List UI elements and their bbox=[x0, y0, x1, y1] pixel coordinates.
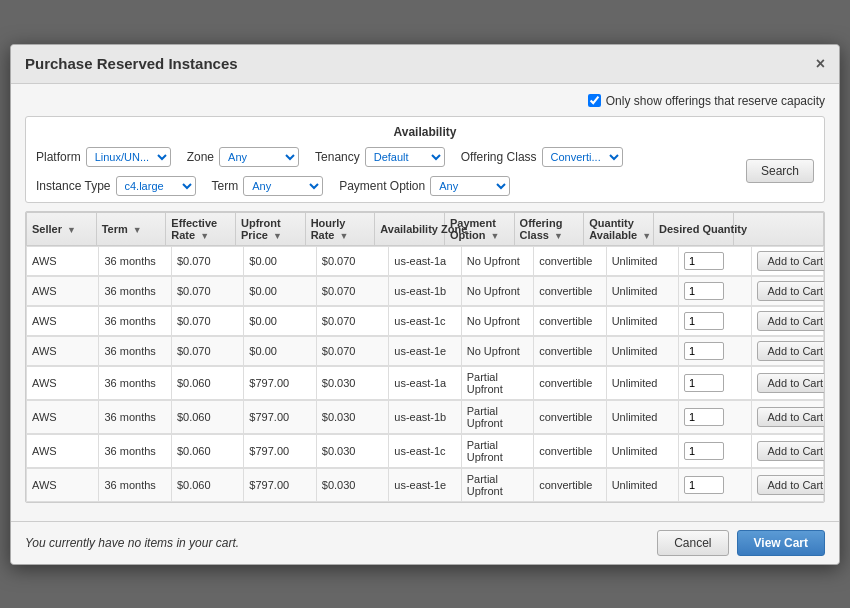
cell-desired-quantity bbox=[679, 276, 751, 305]
quantity-sort-icon[interactable]: ▼ bbox=[642, 231, 651, 241]
cell-quantity_available: Unlimited bbox=[606, 434, 678, 467]
cell-upfront_price: $0.00 bbox=[244, 276, 316, 305]
cell-quantity_available: Unlimited bbox=[606, 366, 678, 399]
col-upfront-price: UpfrontPrice ▼ bbox=[235, 212, 305, 245]
table-header-row: Seller ▼ Term ▼ EffectiveRate ▼ UpfrontP… bbox=[27, 212, 824, 245]
cell-upfront_price: $797.00 bbox=[244, 468, 316, 501]
effective-rate-sort-icon[interactable]: ▼ bbox=[200, 231, 209, 241]
cell-effective_rate: $0.070 bbox=[171, 306, 243, 335]
add-to-cart-button[interactable]: Add to Cart bbox=[757, 251, 825, 271]
col-seller: Seller ▼ bbox=[27, 212, 97, 245]
cell-add-to-cart: Add to Cart bbox=[751, 306, 823, 335]
cell-hourly_rate: $0.070 bbox=[316, 276, 388, 305]
cell-desired-quantity bbox=[679, 434, 751, 467]
tenancy-select[interactable]: Default bbox=[365, 147, 445, 167]
cell-upfront_price: $797.00 bbox=[244, 434, 316, 467]
cell-quantity_available: Unlimited bbox=[606, 246, 678, 275]
table-row: AWS36 months$0.070$0.00$0.070us-east-1cN… bbox=[26, 306, 824, 336]
cell-term: 36 months bbox=[99, 400, 171, 433]
results-table: Seller ▼ Term ▼ EffectiveRate ▼ UpfrontP… bbox=[26, 212, 824, 502]
quantity-input[interactable] bbox=[684, 312, 724, 330]
quantity-input[interactable] bbox=[684, 374, 724, 392]
cell-offering_class: convertible bbox=[534, 400, 606, 433]
cell-effective_rate: $0.060 bbox=[171, 366, 243, 399]
cell-payment_option: No Upfront bbox=[461, 276, 533, 305]
platform-select[interactable]: Linux/UN... bbox=[86, 147, 171, 167]
reserve-capacity-label: Only show offerings that reserve capacit… bbox=[606, 94, 825, 108]
payment-option-filter: Payment Option Any bbox=[339, 176, 510, 196]
col-effective-rate: EffectiveRate ▼ bbox=[166, 212, 236, 245]
cell-add-to-cart: Add to Cart bbox=[751, 434, 823, 467]
col-availability-zone: Availability Zone bbox=[375, 212, 445, 245]
cell-effective_rate: $0.060 bbox=[171, 434, 243, 467]
cell-desired-quantity bbox=[679, 400, 751, 433]
cell-add-to-cart: Add to Cart bbox=[751, 246, 823, 275]
add-to-cart-button[interactable]: Add to Cart bbox=[757, 341, 825, 361]
cell-payment_option: No Upfront bbox=[461, 246, 533, 275]
add-to-cart-button[interactable]: Add to Cart bbox=[757, 373, 825, 393]
add-to-cart-button[interactable]: Add to Cart bbox=[757, 441, 825, 461]
payment-option-select[interactable]: Any bbox=[430, 176, 510, 196]
modal-title: Purchase Reserved Instances bbox=[25, 55, 238, 72]
cell-payment_option: Partial Upfront bbox=[461, 468, 533, 501]
cell-seller: AWS bbox=[27, 336, 99, 365]
zone-select[interactable]: Any bbox=[219, 147, 299, 167]
availability-section: Availability Platform Linux/UN... Zone bbox=[25, 116, 825, 203]
cell-availability_zone: us-east-1b bbox=[389, 276, 461, 305]
cell-offering_class: convertible bbox=[534, 246, 606, 275]
filter-row-1: Platform Linux/UN... Zone Any bbox=[36, 147, 623, 167]
add-to-cart-button[interactable]: Add to Cart bbox=[757, 311, 825, 331]
cell-term: 36 months bbox=[99, 336, 171, 365]
cell-offering_class: convertible bbox=[534, 336, 606, 365]
cell-desired-quantity bbox=[679, 336, 751, 365]
cell-term: 36 months bbox=[99, 246, 171, 275]
modal-header: Purchase Reserved Instances × bbox=[11, 45, 839, 84]
cell-hourly_rate: $0.030 bbox=[316, 434, 388, 467]
cell-offering_class: convertible bbox=[534, 366, 606, 399]
cell-upfront_price: $797.00 bbox=[244, 400, 316, 433]
cell-effective_rate: $0.070 bbox=[171, 336, 243, 365]
upfront-price-sort-icon[interactable]: ▼ bbox=[273, 231, 282, 241]
cell-seller: AWS bbox=[27, 468, 99, 501]
cell-seller: AWS bbox=[27, 246, 99, 275]
cell-effective_rate: $0.070 bbox=[171, 246, 243, 275]
instance-type-select[interactable]: c4.large bbox=[116, 176, 196, 196]
quantity-input[interactable] bbox=[684, 252, 724, 270]
quantity-input[interactable] bbox=[684, 282, 724, 300]
search-button[interactable]: Search bbox=[746, 159, 814, 183]
cell-availability_zone: us-east-1a bbox=[389, 246, 461, 275]
cell-seller: AWS bbox=[27, 400, 99, 433]
seller-sort-icon[interactable]: ▼ bbox=[67, 225, 76, 235]
add-to-cart-button[interactable]: Add to Cart bbox=[757, 407, 825, 427]
cancel-button[interactable]: Cancel bbox=[657, 530, 728, 556]
quantity-input[interactable] bbox=[684, 476, 724, 494]
table-row: AWS36 months$0.060$797.00$0.030us-east-1… bbox=[26, 434, 824, 468]
quantity-input[interactable] bbox=[684, 408, 724, 426]
col-desired-quantity: Desired Quantity bbox=[654, 212, 734, 245]
col-term: Term ▼ bbox=[96, 212, 166, 245]
results-table-container: Seller ▼ Term ▼ EffectiveRate ▼ UpfrontP… bbox=[25, 211, 825, 503]
quantity-input[interactable] bbox=[684, 442, 724, 460]
table-row: AWS36 months$0.070$0.00$0.070us-east-1eN… bbox=[26, 336, 824, 366]
cell-availability_zone: us-east-1e bbox=[389, 468, 461, 501]
offering-sort-icon[interactable]: ▼ bbox=[554, 231, 563, 241]
term-sort-icon[interactable]: ▼ bbox=[133, 225, 142, 235]
payment-option-label: Payment Option bbox=[339, 179, 425, 193]
term-select[interactable]: Any bbox=[243, 176, 323, 196]
zone-label: Zone bbox=[187, 150, 214, 164]
table-head: Seller ▼ Term ▼ EffectiveRate ▼ UpfrontP… bbox=[26, 212, 824, 246]
payment-sort-icon[interactable]: ▼ bbox=[490, 231, 499, 241]
cell-quantity_available: Unlimited bbox=[606, 468, 678, 501]
add-to-cart-button[interactable]: Add to Cart bbox=[757, 281, 825, 301]
quantity-input[interactable] bbox=[684, 342, 724, 360]
cell-payment_option: Partial Upfront bbox=[461, 400, 533, 433]
hourly-rate-sort-icon[interactable]: ▼ bbox=[340, 231, 349, 241]
close-button[interactable]: × bbox=[816, 55, 825, 73]
add-to-cart-button[interactable]: Add to Cart bbox=[757, 475, 825, 495]
reserve-capacity-checkbox[interactable] bbox=[588, 94, 601, 107]
cell-effective_rate: $0.060 bbox=[171, 468, 243, 501]
tenancy-filter: Tenancy Default bbox=[315, 147, 445, 167]
cell-add-to-cart: Add to Cart bbox=[751, 276, 823, 305]
offering-class-select[interactable]: Converti... bbox=[542, 147, 623, 167]
view-cart-button[interactable]: View Cart bbox=[737, 530, 825, 556]
